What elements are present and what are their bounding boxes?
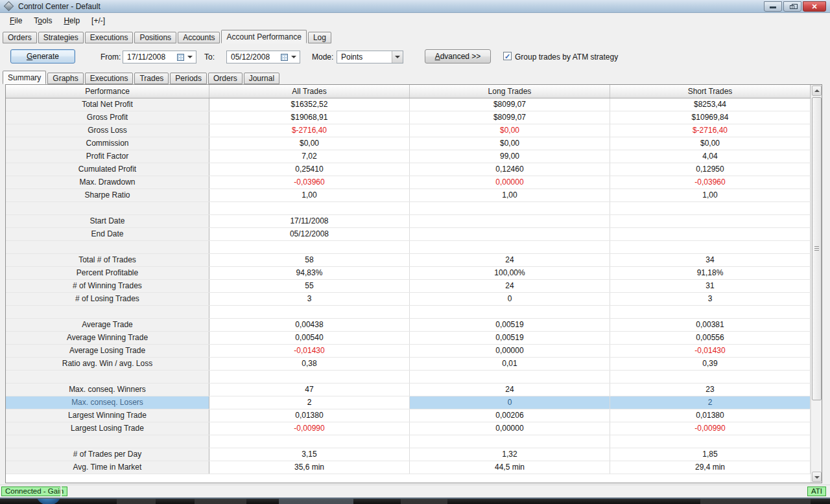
subtab-executions[interactable]: Executions — [85, 73, 134, 84]
row-value: 35,6 min — [209, 461, 410, 474]
table-row[interactable]: # of Winning Trades552431 — [6, 280, 811, 293]
taskbar-item[interactable] — [401, 499, 447, 504]
table-row[interactable]: Max. Drawdown-0,039600,00000-0,03960 — [6, 176, 811, 189]
check-icon: ✓ — [504, 52, 510, 60]
subtab-periods[interactable]: Periods — [170, 73, 207, 84]
advanced-button[interactable]: Advanced >> — [425, 49, 491, 63]
taskbar-tray[interactable] — [700, 499, 811, 504]
table-row[interactable]: Profit Factor7,0299,004,04 — [6, 150, 811, 163]
table-row[interactable]: Largest Winning Trade0,013800,002060,013… — [6, 409, 811, 422]
scroll-down-button[interactable] — [812, 472, 822, 482]
table-row[interactable]: Average Trade0,004380,005190,00381 — [6, 319, 811, 332]
from-date-input[interactable]: 17/11/2008 — [123, 51, 196, 63]
table-row[interactable]: Total Net Profit$16352,52$8099,07$8253,4… — [6, 98, 811, 111]
table-row[interactable]: End Date05/12/2008 — [6, 228, 811, 241]
table-row-blank[interactable] — [6, 371, 811, 384]
table-row[interactable]: Avg. Time in Market35,6 min44,5 min29,4 … — [6, 461, 811, 474]
tab-positions[interactable]: Positions — [134, 32, 176, 43]
row-value — [410, 202, 610, 214]
subtab-journal[interactable]: Journal — [244, 73, 279, 84]
scroll-up-button[interactable] — [812, 86, 822, 96]
row-label: Largest Losing Trade — [6, 422, 209, 435]
table-row-blank[interactable] — [6, 202, 811, 215]
table-row[interactable]: Start Date17/11/2008 — [6, 215, 811, 228]
close-icon: ✕ — [811, 3, 817, 10]
to-date-input[interactable]: 05/12/2008 — [226, 51, 300, 63]
column-header-long-trades[interactable]: Long Trades — [410, 85, 610, 98]
menu-item-help[interactable]: Help — [58, 15, 86, 27]
row-value: 3,15 — [209, 448, 410, 461]
column-header-all-trades[interactable]: All Trades — [209, 85, 410, 98]
row-value — [610, 215, 811, 227]
chevron-down-icon[interactable] — [291, 56, 296, 58]
row-label: Start Date — [6, 215, 209, 227]
calendar-icon — [177, 54, 184, 61]
menu-item-plus-minus[interactable]: [+/-] — [86, 15, 111, 27]
close-button[interactable]: ✕ — [803, 1, 826, 12]
mode-label: Mode: — [312, 52, 333, 62]
table-row[interactable]: Gross Profit$19068,91$8099,07$10969,84 — [6, 111, 811, 124]
menu-item-tools[interactable]: Tools — [28, 15, 58, 27]
taskbar-item[interactable] — [195, 499, 246, 504]
row-label — [6, 202, 209, 214]
table-row-blank[interactable] — [6, 306, 811, 319]
group-trades-checkbox[interactable]: ✓ — [503, 52, 512, 60]
row-label: Max. Drawdown — [6, 176, 209, 189]
subtab-summary[interactable]: Summary — [3, 71, 46, 84]
row-value: 24 — [410, 384, 610, 396]
column-header-performance[interactable]: Performance — [6, 85, 209, 98]
title-bar[interactable]: Control Center - Default ✕ — [0, 0, 830, 13]
row-value: 47 — [209, 384, 410, 396]
tab-log[interactable]: Log — [308, 32, 331, 43]
row-value — [610, 435, 811, 448]
table-row[interactable]: Commission$0,00$0,00$0,00 — [6, 137, 811, 150]
toolbar: Generate From: 17/11/2008 To: 05/12/2008… — [0, 43, 830, 70]
table-row[interactable]: Cumulated Profit0,254100,124600,12950 — [6, 163, 811, 176]
table-row[interactable]: # of Losing Trades303 — [6, 293, 811, 306]
table-row[interactable]: Gross Loss$-2716,40$0,00$-2716,40 — [6, 124, 811, 137]
windows-taskbar[interactable] — [0, 499, 830, 504]
subtab-trades[interactable]: Trades — [134, 73, 169, 84]
row-value: 58 — [209, 254, 410, 266]
tab-orders[interactable]: Orders — [3, 32, 37, 43]
restore-button[interactable] — [783, 1, 801, 12]
table-row[interactable]: # of Trades per Day3,151,321,85 — [6, 448, 811, 461]
tab-account-performance[interactable]: Account Performance — [221, 30, 306, 43]
menu-item-file[interactable]: File — [4, 15, 28, 27]
table-row[interactable]: Average Winning Trade0,005400,005190,005… — [6, 332, 811, 345]
column-header-short-trades[interactable]: Short Trades — [610, 85, 811, 98]
vertical-scrollbar[interactable] — [811, 85, 822, 483]
table-row-blank[interactable] — [6, 435, 811, 448]
taskbar-item[interactable] — [117, 499, 156, 504]
table-row[interactable]: Max. conseq. Winners472423 — [6, 384, 811, 396]
table-row-blank[interactable] — [6, 241, 811, 254]
row-value: 0,01380 — [610, 409, 811, 422]
taskbar-item[interactable] — [279, 499, 353, 504]
scrollbar-grip-icon — [814, 246, 819, 251]
table-row[interactable]: Ratio avg. Win / avg. Loss0,380,010,39 — [6, 358, 811, 371]
table-row[interactable]: Largest Losing Trade-0,009900,00000-0,00… — [6, 422, 811, 435]
row-value: $0,00 — [410, 137, 610, 150]
scrollbar-thumb[interactable] — [812, 97, 822, 400]
table-row[interactable]: Sharpe Ratio1,001,001,00 — [6, 189, 811, 202]
table-row[interactable]: Total # of Trades582434 — [6, 254, 811, 267]
tab-accounts[interactable]: Accounts — [178, 32, 220, 43]
subtab-graphs[interactable]: Graphs — [47, 73, 83, 84]
minimize-button[interactable] — [764, 1, 782, 12]
row-value: 24 — [410, 254, 610, 266]
row-label: Sharpe Ratio — [6, 189, 209, 201]
tab-strategies[interactable]: Strategies — [38, 32, 84, 43]
tab-executions[interactable]: Executions — [85, 32, 134, 43]
start-orb-icon[interactable] — [36, 499, 62, 504]
generate-button[interactable]: Generate — [10, 49, 75, 63]
table-row[interactable]: Percent Profitable94,83%100,00%91,18% — [6, 267, 811, 280]
mode-select[interactable]: Points — [337, 51, 403, 63]
subtab-orders[interactable]: Orders — [208, 73, 243, 84]
chevron-down-icon[interactable] — [187, 56, 193, 58]
table-row[interactable]: Average Losing Trade-0,014300,00000-0,01… — [6, 345, 811, 358]
window-title: Control Center - Default — [18, 2, 101, 11]
row-label: # of Losing Trades — [6, 293, 209, 305]
main-tabs: OrdersStrategiesExecutionsPositionsAccou… — [0, 29, 830, 43]
table-row[interactable]: Max. conseq. Losers202 — [6, 396, 811, 409]
row-value: 94,83% — [209, 267, 410, 279]
